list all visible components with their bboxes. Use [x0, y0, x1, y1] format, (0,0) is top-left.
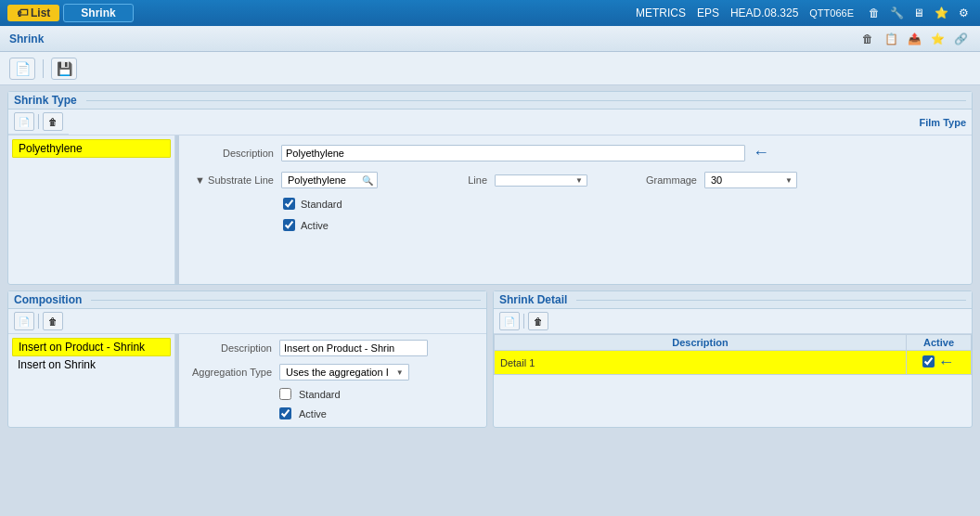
grammage-value: 30	[707, 174, 781, 187]
second-bar-title: Shrink	[9, 32, 44, 45]
comp-standard-checkbox[interactable]	[279, 388, 291, 400]
list-item-label: Polyethylene	[19, 142, 83, 155]
nav-eps[interactable]: EPS	[697, 6, 719, 19]
table-row[interactable]: Detail 1 ←	[495, 351, 972, 375]
nav-links: METRICS EPS HEAD.08.325	[636, 6, 798, 19]
description-arrow: ←	[753, 143, 769, 162]
substrate-search-icon[interactable]: 🔍	[360, 175, 375, 186]
st-sep	[38, 114, 39, 129]
col-active: Active	[907, 335, 972, 351]
shrink-type-list: Polyethylene	[8, 135, 175, 284]
main-toolbar: 📄 💾	[0, 52, 980, 85]
grammage-dropdown[interactable]: 30 ▼	[704, 172, 797, 188]
comp-delete-btn[interactable]: 🗑	[43, 312, 63, 330]
standard-row: Standard	[283, 198, 961, 210]
comp-description-row: Description	[188, 340, 477, 356]
new-button[interactable]: 📄	[9, 58, 35, 80]
composition-label: Composition	[14, 293, 82, 306]
comp-description-input[interactable]	[279, 340, 428, 356]
sb-link-icon[interactable]: 🔗	[950, 29, 971, 49]
st-new-btn[interactable]: 📄	[14, 112, 34, 131]
standard-checkbox[interactable]	[283, 198, 295, 210]
comp-description-label: Description	[188, 342, 272, 354]
monitor-icon[interactable]: 🖥	[909, 4, 928, 22]
line-label: Line	[404, 174, 487, 186]
list-icon: 🏷	[17, 6, 28, 19]
second-bar-icons: 🗑 📋 📤 ⭐ 🔗	[858, 29, 971, 49]
sd-delete-btn[interactable]: 🗑	[528, 312, 548, 330]
comp-active-checkbox[interactable]	[279, 407, 291, 419]
nav-head[interactable]: HEAD.08.325	[730, 6, 798, 19]
second-bar: Shrink 🗑 📋 📤 ⭐ 🔗	[0, 26, 980, 52]
description-row: Description ←	[190, 143, 961, 162]
nav-metrics[interactable]: METRICS	[636, 6, 686, 19]
comp-sep	[38, 314, 39, 329]
shrink-detail-table: Description Active Detail 1 ←	[494, 334, 972, 375]
grammage-arrow-icon: ▼	[783, 176, 794, 185]
comp-standard-label: Standard	[299, 389, 341, 400]
shrink-detail-header: Shrink Detail	[494, 291, 972, 309]
composition-detail: Description Aggregation Type Uses the ag…	[179, 334, 486, 427]
save-icon: 💾	[57, 61, 72, 76]
top-bar-right: METRICS EPS HEAD.08.325 QTT066E 🗑 🔧 🖥 ⭐ …	[636, 4, 973, 22]
active-checkbox[interactable]	[283, 219, 295, 231]
list-label: List	[31, 6, 50, 19]
composition-header: Composition	[8, 291, 486, 309]
top-bar-icon-group: 🗑 🔧 🖥 ⭐ ⚙	[865, 4, 973, 22]
substrate-line-dropdown[interactable]: Polyethylene 🔍	[281, 172, 378, 188]
substrate-line-value: Polyethylene	[284, 174, 358, 187]
comp-new-btn[interactable]: 📄	[14, 312, 34, 330]
instance-label: QTT066E	[809, 7, 854, 19]
active-tab: Shrink	[63, 4, 133, 22]
sb-copy-icon[interactable]: 📋	[881, 29, 901, 49]
sb-export-icon[interactable]: 📤	[904, 29, 924, 49]
comp-item-0-label: Insert on Product - Shrink	[19, 341, 145, 354]
composition-content: Insert on Product - Shrink Insert on Shr…	[8, 334, 486, 427]
sd-new-btn[interactable]: 📄	[499, 312, 520, 330]
top-bar: 🏷 List Shrink METRICS EPS HEAD.08.325 QT…	[0, 0, 980, 26]
row-active-checkbox[interactable]	[922, 355, 935, 368]
main-content: Shrink Type 📄 🗑 Film Type Polyethylene	[0, 85, 980, 433]
second-bar-right: 🗑 📋 📤 ⭐ 🔗	[858, 29, 971, 49]
list-item[interactable]: Polyethylene	[12, 139, 171, 158]
active-row: Active	[283, 219, 961, 231]
sd-header-line	[576, 300, 966, 301]
comp-standard-row: Standard	[188, 388, 477, 400]
comp-list-item-0[interactable]: Insert on Product - Shrink	[12, 338, 171, 356]
settings-icon[interactable]: ⚙	[954, 4, 973, 22]
shrink-type-label: Shrink Type	[14, 94, 77, 107]
comp-item-1-label: Insert on Shrink	[18, 358, 96, 371]
bottom-sections: Composition 📄 🗑 Insert on Product - Shri…	[7, 290, 973, 428]
detail-arrow: ←	[938, 353, 955, 372]
sb-star-icon[interactable]: ⭐	[927, 29, 948, 49]
toolbar-separator	[43, 59, 44, 78]
line-dropdown[interactable]: ▼	[495, 174, 587, 187]
grammage-label: Grammage	[613, 174, 697, 186]
save-button[interactable]: 💾	[51, 58, 77, 80]
film-type-label: Film Type	[913, 115, 972, 130]
aggregation-dropdown[interactable]: Uses the aggregation I ▼	[279, 364, 409, 381]
shrink-type-detail: Description ← ▼ Substrate Line Polyethyl…	[179, 135, 972, 284]
row-active-cell: ←	[907, 351, 972, 375]
layers-icon[interactable]: 🔧	[887, 4, 906, 22]
description-label: Description	[190, 148, 274, 159]
list-button[interactable]: 🏷 List	[7, 5, 59, 21]
line-arrow-icon: ▼	[574, 176, 585, 185]
sb-trash-icon[interactable]: 🗑	[858, 29, 878, 49]
comp-active-label: Active	[299, 408, 327, 419]
shrink-detail-table-container: Description Active Detail 1 ←	[494, 334, 972, 375]
shrink-detail-toolbar: 📄 🗑	[494, 309, 972, 334]
st-delete-btn[interactable]: 🗑	[43, 112, 63, 131]
trash-icon[interactable]: 🗑	[865, 4, 883, 22]
top-bar-left: 🏷 List Shrink	[7, 4, 134, 22]
description-input[interactable]	[281, 145, 745, 161]
shrink-detail-section: Shrink Detail 📄 🗑 Description Active	[493, 290, 973, 428]
standard-label: Standard	[301, 199, 342, 210]
star-icon[interactable]: ⭐	[932, 4, 950, 22]
aggregation-arrow-icon: ▼	[394, 368, 406, 377]
shrink-detail-label: Shrink Detail	[499, 293, 567, 306]
comp-list-item-1[interactable]: Insert on Shrink	[12, 356, 171, 373]
col-description: Description	[495, 335, 907, 351]
shrink-type-header: Shrink Type	[8, 92, 972, 110]
composition-list: Insert on Product - Shrink Insert on Shr…	[8, 334, 175, 427]
